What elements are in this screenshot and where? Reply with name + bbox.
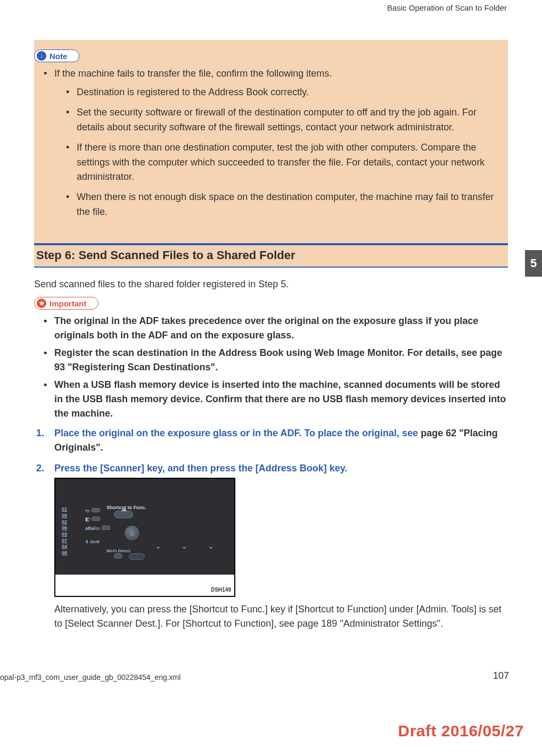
speed-dial-labels: 01 05 02 06 03 07 04 08 — [62, 506, 67, 556]
star-icon: ★ — [37, 298, 46, 308]
step-number: 2. — [36, 461, 44, 476]
wifi-button-illustration — [114, 553, 122, 559]
shortcut-button-illustration — [114, 511, 133, 518]
note-item: If there is more than one destination co… — [54, 140, 497, 185]
note-list: If the machine fails to transfer the fil… — [34, 67, 497, 220]
step6-heading-bar: Step 6: Send Scanned Files to a Shared F… — [34, 243, 508, 268]
note-sublist: Destination is registered to the Address… — [54, 85, 497, 220]
note-item: Set the security software or firewall of… — [54, 105, 497, 135]
page-number: 107 — [493, 670, 509, 682]
important-item: When a USB flash memory device is insert… — [34, 378, 508, 421]
note-intro: If the machine fails to transfer the fil… — [34, 67, 497, 220]
control-panel-illustration: 01 05 02 06 03 07 04 08 ▭ ◧ aBa/ — [55, 479, 234, 575]
step2-subtext: Alternatively, you can press the [Shortc… — [54, 602, 508, 631]
important-badge-label: Important — [50, 299, 86, 308]
figure-code: DSH149 — [211, 586, 231, 594]
shift-label: ⇕ Shift — [85, 539, 100, 545]
main-content: ↓ Note If the machine fails to transfer … — [30, 40, 512, 631]
procedure-list: 1. Place the original on the exposure gl… — [34, 426, 508, 631]
note-item: When there is not enough disk space on t… — [54, 190, 497, 220]
important-list: The original in the ADF takes precedence… — [34, 314, 508, 421]
note-box: ↓ Note If the machine fails to transfer … — [34, 40, 508, 243]
figure-caption-strip: DSH149 — [55, 575, 234, 596]
note-item: Destination is registered to the Address… — [54, 85, 497, 100]
running-header: Basic Operation of Scan to Folder — [30, 0, 512, 12]
step1-text-a: Place the original on the exposure glass… — [54, 428, 421, 438]
draft-stamp: Draft 2016/05/27 — [398, 722, 524, 740]
procedure-step-1: 1. Place the original on the exposure gl… — [34, 426, 508, 455]
important-item: Register the scan destination in the Add… — [34, 346, 508, 375]
home-knob-illustration — [124, 525, 141, 542]
important-badge: ★ Important — [34, 297, 98, 310]
note-badge-label: Note — [50, 52, 67, 61]
chapter-tab: 5 — [525, 250, 542, 277]
control-panel-figure: 01 05 02 06 03 07 04 08 ▭ ◧ aBa/ — [54, 478, 235, 597]
important-item: The original in the ADF takes precedence… — [34, 314, 508, 343]
step6-heading: Step 6: Send Scanned Files to a Shared F… — [36, 248, 506, 262]
secondary-button-illustration — [129, 553, 145, 560]
step2-text: Press the [Scanner] key, and then press … — [54, 463, 348, 473]
step-number: 1. — [36, 426, 44, 441]
note-badge: ↓ Note — [34, 49, 79, 62]
step6-intro: Send scanned files to the shared folder … — [34, 277, 508, 292]
footer-filename: opal-p3_mf3_com_user_guide_gb_00228454_e… — [0, 673, 180, 682]
down-arrow-icon: ↓ — [37, 51, 46, 61]
nav-arrows-illustration: ⌄ ⌄ ⌄ — [155, 542, 223, 551]
procedure-step-2: 2. Press the [Scanner] key, and then pre… — [34, 461, 508, 631]
